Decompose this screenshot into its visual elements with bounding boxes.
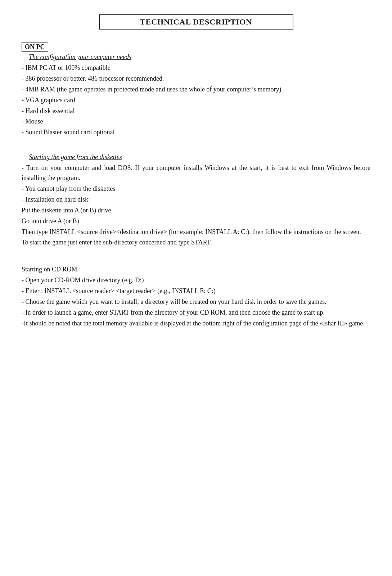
diskette-item-1: - Turn on your computer and load DOS. If…	[22, 163, 370, 183]
section-on-pc: ON PC The configuration your computer ne…	[22, 42, 370, 138]
cdrom-item-1: - Open your CD-ROM drive directory (e.g.…	[22, 275, 370, 285]
config-item-2: - 386 processor or better. 486 processor…	[22, 74, 370, 84]
config-item-7: - Sound Blaster sound card optional	[22, 127, 370, 138]
cdrom-item-4: - In order to launch a game, enter START…	[22, 308, 370, 318]
cdrom-item-2: - Enter : INSTALL <source reader> <targe…	[22, 286, 370, 296]
cdrom-subtitle: Starting on CD ROM	[22, 266, 370, 273]
page-title: TECHNICAL DESCRIPTION	[140, 17, 252, 27]
gap-1	[22, 145, 370, 153]
diskette-item-5: Go into drive A (or B)	[22, 216, 370, 226]
config-item-5: - Hard disk essential	[22, 106, 370, 116]
diskette-item-3: - Installation on hard disk:	[22, 195, 370, 205]
diskette-item-4: Put the diskette into A (or B) drive	[22, 206, 370, 216]
gap-2	[22, 248, 370, 257]
config-subtitle: The configuration your computer needs	[29, 53, 370, 61]
config-item-6: - Mouse	[22, 117, 370, 127]
gap-3	[22, 257, 370, 266]
section-cdrom: Starting on CD ROM - Open your CD-ROM dr…	[22, 266, 370, 328]
config-item-1: - IBM PC AT or 100% compatible	[22, 63, 370, 73]
onpc-label: ON PC	[22, 42, 370, 53]
cdrom-item-3: - Choose the game which you want to inst…	[22, 297, 370, 307]
section-diskettes: Starting the game from the diskettes - T…	[22, 153, 370, 248]
cdrom-item-5: -It should be noted that the total memor…	[22, 319, 370, 329]
diskette-item-6: Then type INSTALL <source drive><destina…	[22, 227, 370, 237]
diskette-item-7: To start the game just enter the sub-dir…	[22, 238, 370, 248]
diskettes-subtitle: Starting the game from the diskettes	[29, 153, 370, 161]
diskette-item-2: - You cannot play from the diskettes	[22, 184, 370, 194]
title-box: TECHNICAL DESCRIPTION	[99, 14, 293, 30]
config-item-4: - VGA graphics card	[22, 95, 370, 105]
config-item-3: - 4MB RAM (the game operates in protecte…	[22, 85, 370, 95]
